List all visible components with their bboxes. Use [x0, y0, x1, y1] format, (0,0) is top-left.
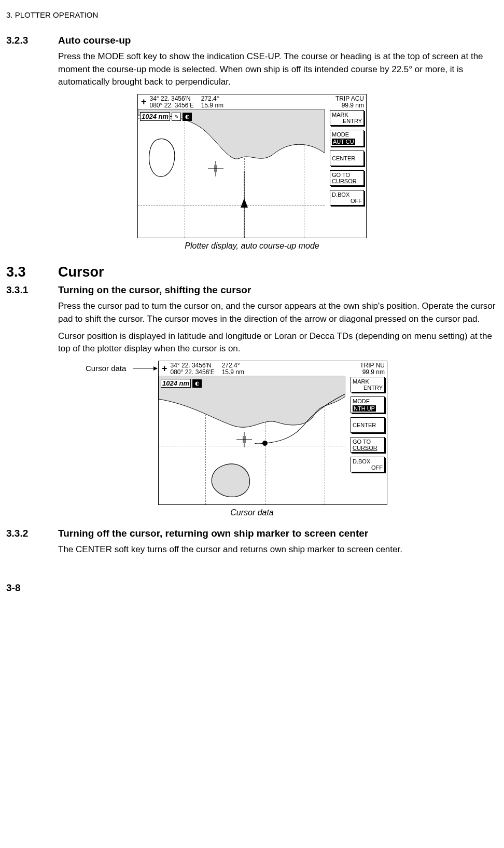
softkey-mark-entry[interactable]: MARK ENTRY	[351, 377, 385, 392]
map-area	[138, 109, 325, 238]
pencil-icon: ✎	[172, 113, 181, 121]
longitude: 080° 22. 3456'E	[150, 102, 194, 109]
softkey-mode[interactable]: MODE AUT CU	[330, 130, 364, 146]
section-number: 3.3	[6, 264, 37, 280]
section-title: Auto course-up	[58, 35, 131, 46]
range-badge: 1024 nm ✎ ◐	[140, 112, 192, 121]
svg-point-6	[262, 441, 268, 446]
cursor-data-callout: Cursor data	[86, 364, 126, 373]
section-number: 3.2.3	[6, 35, 37, 46]
fish-icon: ◐	[183, 113, 192, 121]
callout-arrow	[133, 368, 157, 368]
section-3-3-2-heading: 3.3.2 Turning off the cursor, returning …	[6, 528, 498, 539]
section-title: Cursor	[58, 264, 104, 280]
section-3-2-3-heading: 3.2.3 Auto course-up	[6, 35, 498, 46]
section-3-3-2-body: The CENTER soft key turns off the cursor…	[58, 543, 498, 556]
plotter-display-2: + 34° 22. 3456'N 080° 22. 3456'E 272.4° …	[158, 361, 387, 505]
range-badge: 1024 nm ◐	[161, 379, 202, 388]
fish-icon: ◐	[192, 379, 202, 388]
section-3-2-3-body: Press the MODE soft key to show the indi…	[58, 50, 498, 89]
softkey-goto-cursor[interactable]: GO TO CURSOR	[330, 170, 364, 186]
trip-value: 99.9 nm	[335, 102, 364, 109]
plotter-header: + 34° 22. 3456'N 080° 22. 3456'E 272.4° …	[138, 94, 366, 109]
map-area	[159, 376, 345, 504]
section-3-3-1-heading: 3.3.1 Turning on the cursor, shifting th…	[6, 284, 498, 296]
softkey-dbox[interactable]: D.BOX OFF	[351, 457, 385, 472]
figure-auto-course-up: + 34° 22. 3456'N 080° 22. 3456'E 272.4° …	[6, 94, 498, 238]
section-3-3-heading: 3.3 Cursor	[6, 264, 498, 280]
figure-1-caption: Plotter display, auto course-up mode	[6, 241, 498, 251]
trip-value: 99.9 nm	[360, 369, 385, 376]
softkey-center[interactable]: CENTER	[351, 417, 385, 433]
section-3-3-1-p2: Cursor position is displayed in latitude…	[58, 330, 498, 355]
figure-cursor-data: Cursor data + 34° 22. 3456'N 080° 22. 34…	[6, 361, 498, 505]
cursor-plus-icon: +	[162, 363, 167, 374]
cursor-plus-icon: +	[141, 97, 147, 107]
distance: 15.9 nm	[201, 102, 223, 109]
softkey-dbox[interactable]: D.BOX OFF	[330, 190, 364, 206]
figure-2-caption: Cursor data	[6, 508, 498, 517]
softkey-goto-cursor[interactable]: GO TO CURSOR	[351, 437, 385, 453]
section-3-3-1-p1: Press the cursor pad to turn the cursor …	[58, 300, 498, 325]
softkey-center[interactable]: CENTER	[330, 151, 364, 166]
longitude: 080° 22. 3456'E	[171, 369, 215, 376]
range-value: 1024 nm	[161, 379, 191, 388]
page-number: 3-8	[6, 582, 498, 594]
section-number: 3.3.1	[6, 284, 37, 296]
section-title: Turning on the cursor, shifting the curs…	[58, 284, 251, 296]
chapter-header: 3. PLOTTER OPERATION	[6, 10, 498, 19]
plotter-header: + 34° 22. 3456'N 080° 22. 3456'E 272.4° …	[159, 361, 387, 376]
section-number: 3.3.2	[6, 528, 37, 539]
plotter-display-1: + 34° 22. 3456'N 080° 22. 3456'E 272.4° …	[137, 94, 367, 238]
softkey-mode[interactable]: MODE NTH UP	[351, 396, 385, 413]
range-value: 1024 nm	[140, 112, 170, 121]
distance: 15.9 nm	[222, 369, 244, 376]
softkey-mark-entry[interactable]: MARK ENTRY	[330, 110, 364, 126]
svg-marker-5	[241, 198, 248, 208]
section-title: Turning off the cursor, returning own sh…	[58, 528, 368, 539]
